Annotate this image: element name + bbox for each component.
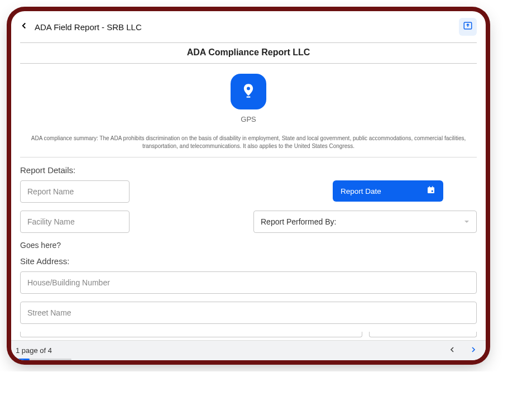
row-report-name-date: Report Date: [20, 180, 477, 203]
report-details-label: Report Details:: [20, 157, 477, 180]
content-area: ADA Compliance Report LLC GPS ADA compli…: [11, 40, 486, 340]
chevron-right-icon: [469, 346, 478, 356]
col-performer: Report Performed By:: [253, 211, 477, 233]
nav-arrows: [448, 345, 478, 356]
performed-by-select[interactable]: Report Performed By:: [253, 211, 477, 233]
col-report-name: [20, 180, 243, 203]
partial-row: [20, 332, 477, 337]
prev-page-button[interactable]: [448, 345, 457, 356]
col-report-date: Report Date: [253, 179, 477, 203]
back-group[interactable]: ADA Field Report - SRB LLC: [19, 21, 142, 33]
header-bar: ADA Field Report - SRB LLC: [11, 11, 486, 40]
performed-by-label: Report Performed By:: [261, 217, 336, 226]
footer-bar: 1 page of 4: [11, 340, 486, 360]
svg-rect-3: [429, 186, 430, 188]
gps-button[interactable]: [231, 74, 266, 109]
partial-input-right[interactable]: [369, 332, 477, 337]
report-date-button[interactable]: Report Date: [333, 180, 443, 202]
page-indicator: 1 page of 4: [16, 346, 52, 355]
report-date-label: Report Date: [341, 187, 381, 195]
progress-track: [16, 359, 71, 360]
back-arrow-icon: [19, 21, 29, 33]
site-address-label: Site Address:: [20, 252, 477, 271]
compliance-summary: ADA compliance summary: The ADA prohibit…: [20, 129, 477, 157]
report-name-input[interactable]: [20, 180, 130, 203]
facility-name-input[interactable]: [20, 211, 130, 233]
location-pin-icon: [241, 83, 256, 101]
goes-here-label: Goes here?: [20, 241, 477, 250]
calendar-icon: [427, 185, 435, 197]
header-title: ADA Field Report - SRB LLC: [35, 22, 142, 32]
export-icon: [463, 21, 473, 33]
row-facility-performer: Report Performed By:: [20, 211, 477, 233]
col-facility: [20, 211, 243, 233]
chevron-down-icon: [464, 217, 469, 226]
gps-label: GPS: [241, 115, 256, 123]
report-company-title: ADA Compliance Report LLC: [20, 42, 477, 64]
svg-rect-1: [247, 97, 251, 98]
progress-fill: [16, 359, 30, 360]
svg-rect-4: [432, 186, 433, 188]
svg-rect-5: [432, 190, 433, 192]
partial-input-left[interactable]: [20, 332, 362, 337]
export-button[interactable]: [459, 18, 477, 36]
next-page-button[interactable]: [469, 345, 478, 356]
chevron-left-icon: [448, 346, 457, 356]
house-number-input[interactable]: [20, 271, 477, 294]
gps-section: GPS: [20, 64, 477, 129]
device-frame: ADA Field Report - SRB LLC ADA Complianc…: [11, 11, 486, 360]
street-name-input[interactable]: [20, 302, 477, 324]
